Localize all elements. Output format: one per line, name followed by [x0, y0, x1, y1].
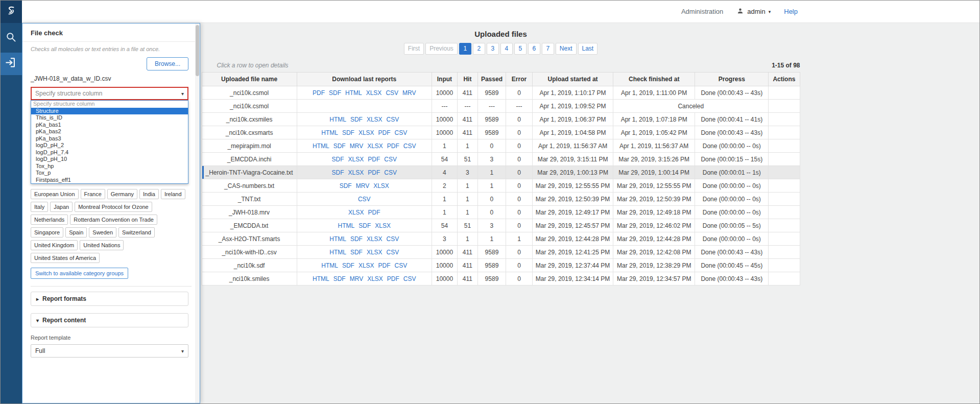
report-link-csv[interactable]: CSV: [384, 156, 397, 163]
report-link-pdf[interactable]: PDF: [313, 89, 325, 97]
report-link-xlsx[interactable]: XLSX: [367, 275, 383, 282]
category-button[interactable]: European Union: [31, 189, 79, 199]
category-button[interactable]: Sweden: [89, 227, 116, 237]
category-button[interactable]: India: [139, 189, 159, 199]
report-link-pdf[interactable]: PDF: [368, 156, 380, 163]
category-button[interactable]: Netherlands: [31, 215, 68, 225]
category-button[interactable]: Rotterdam Convention on Trade: [70, 215, 157, 225]
category-button[interactable]: Italy: [31, 202, 48, 212]
dropdown-option[interactable]: pKa_bas2: [31, 128, 188, 135]
report-link-csv[interactable]: CSV: [387, 235, 399, 243]
report-link-xlsx[interactable]: XLSX: [367, 249, 383, 256]
dropdown-option[interactable]: Tox_p: [31, 170, 188, 177]
report-link-xlsx[interactable]: XLSX: [358, 129, 374, 136]
report-link-sdf[interactable]: SDF: [342, 262, 354, 269]
report-link-mrv[interactable]: MRV: [402, 89, 416, 97]
table-row[interactable]: _CAS-numbers.txtSDFMRVXLSX2110Mar 29, 20…: [202, 179, 800, 193]
category-button[interactable]: Montreal Protocol for Ozone: [75, 202, 152, 212]
report-link-csv[interactable]: CSV: [358, 196, 371, 203]
report-link-csv[interactable]: CSV: [387, 249, 399, 256]
dropdown-option[interactable]: Tox_hp: [31, 163, 188, 170]
page-button-3[interactable]: 3: [487, 43, 499, 55]
category-button[interactable]: Singapore: [31, 227, 63, 237]
report-template-select[interactable]: Full ▾: [31, 344, 188, 358]
table-row[interactable]: _nci10k.cxsmilesHTMLSDFXLSXCSV1000041195…: [202, 113, 800, 126]
category-button[interactable]: United Kingdom: [31, 240, 78, 250]
report-link-xlsx[interactable]: XLSX: [348, 209, 364, 216]
sidebar-item-file-check[interactable]: [1, 53, 22, 75]
report-link-xlsx[interactable]: XLSX: [358, 262, 374, 269]
category-button[interactable]: Switzerland: [118, 227, 155, 237]
report-link-xlsx[interactable]: XLSX: [367, 235, 383, 243]
report-link-xlsx[interactable]: XLSX: [366, 89, 382, 97]
report-link-sdf[interactable]: SDF: [333, 142, 346, 150]
report-link-pdf[interactable]: PDF: [378, 129, 391, 136]
page-button-6[interactable]: 6: [528, 43, 540, 55]
report-link-html[interactable]: HTML: [329, 116, 346, 123]
help-link[interactable]: Help: [784, 8, 798, 15]
report-link-csv[interactable]: CSV: [384, 169, 397, 176]
scrollbar-thumb[interactable]: [196, 25, 199, 76]
switch-category-groups-button[interactable]: Switch to available category groups: [31, 268, 128, 279]
dropdown-option[interactable]: pKa_bas3: [31, 135, 188, 142]
app-logo[interactable]: [1, 1, 22, 23]
report-link-xlsx[interactable]: XLSX: [348, 169, 364, 176]
report-link-html[interactable]: HTML: [329, 249, 346, 256]
category-button[interactable]: France: [81, 189, 105, 199]
administration-link[interactable]: Administration: [681, 8, 723, 15]
report-link-xlsx[interactable]: XLSX: [375, 222, 391, 229]
dropdown-option[interactable]: logD_pH_2: [31, 142, 188, 149]
category-button[interactable]: Japan: [50, 202, 73, 212]
page-button-4[interactable]: 4: [500, 43, 513, 55]
report-link-html[interactable]: HTML: [338, 222, 355, 229]
browse-button[interactable]: Browse...: [147, 57, 188, 70]
category-button[interactable]: United Nations: [80, 240, 124, 250]
table-row[interactable]: _nci10k-with-ID..csvHTMLSDFXLSXCSV100004…: [202, 246, 800, 259]
report-link-mrv[interactable]: MRV: [356, 182, 369, 189]
table-row[interactable]: _Asx-H2O-TNT.smartsHTMLSDFXLSXCSV3111Mar…: [202, 232, 800, 246]
report-link-sdf[interactable]: SDF: [332, 169, 344, 176]
report-link-mrv[interactable]: MRV: [350, 275, 363, 282]
dropdown-option[interactable]: Firstpass_eff1: [31, 177, 188, 184]
report-link-xlsx[interactable]: XLSX: [367, 116, 383, 123]
report-link-csv[interactable]: CSV: [395, 262, 408, 269]
table-row[interactable]: _nci10k.cxsmartsHTMLSDFXLSXPDFCSV1000041…: [202, 126, 800, 139]
dropdown-option[interactable]: This_is_ID: [31, 114, 188, 122]
report-link-html[interactable]: HTML: [329, 235, 346, 243]
dropdown-option[interactable]: logD_pH_10: [31, 156, 188, 163]
report-link-sdf[interactable]: SDF: [350, 235, 363, 243]
report-link-xlsx[interactable]: XLSX: [348, 156, 364, 163]
category-button[interactable]: Germany: [107, 189, 137, 199]
category-button[interactable]: Spain: [65, 227, 87, 237]
table-row[interactable]: _Heroin-TNT-Viagra-Cocaine.txtSDFXLSXPDF…: [202, 166, 800, 179]
report-link-pdf[interactable]: PDF: [368, 209, 380, 216]
page-button-previous[interactable]: Previous: [425, 43, 458, 55]
dropdown-option[interactable]: pKa_bas1: [31, 122, 188, 129]
structure-column-select[interactable]: Specify structure column ▾: [31, 87, 188, 100]
table-row[interactable]: _EMCDDA.inchiSDFXLSXPDFCSV545130Mar 29, …: [202, 153, 800, 166]
report-link-sdf[interactable]: SDF: [350, 249, 363, 256]
table-row[interactable]: _nci10k.smilesHTMLSDFMRVXLSXPDFCSV100004…: [202, 272, 800, 286]
report-link-pdf[interactable]: PDF: [387, 142, 399, 150]
report-link-csv[interactable]: CSV: [395, 129, 408, 136]
table-row[interactable]: _nci10k.csmol------------Apr 1, 2019, 1:…: [202, 100, 800, 113]
report-link-pdf[interactable]: PDF: [387, 275, 399, 282]
page-button-2[interactable]: 2: [473, 43, 485, 55]
page-button-first[interactable]: First: [404, 43, 424, 55]
page-button-5[interactable]: 5: [514, 43, 527, 55]
report-link-sdf[interactable]: SDF: [340, 182, 352, 189]
table-row[interactable]: _TNT.txtCSV1100Mar 29, 2019, 12:50:39 PM…: [202, 193, 800, 206]
section-report-formats[interactable]: ▸ Report formats: [31, 292, 188, 306]
report-link-xlsx[interactable]: XLSX: [367, 142, 383, 150]
report-link-sdf[interactable]: SDF: [358, 222, 371, 229]
table-row[interactable]: _nci10k.csmolPDFSDFHTMLXLSXCSVMRV1000041…: [202, 86, 800, 100]
dropdown-option[interactable]: logD_pH_7.4: [31, 149, 188, 156]
dropdown-option[interactable]: Specify structure column: [31, 101, 188, 108]
report-link-csv[interactable]: CSV: [403, 275, 416, 282]
report-link-sdf[interactable]: SDF: [333, 275, 346, 282]
dropdown-option[interactable]: Structure: [31, 108, 188, 115]
table-row[interactable]: _JWH-018.mrvXLSXPDF1100Mar 29, 2019, 12:…: [202, 206, 800, 219]
table-row[interactable]: _nci10k.sdfHTMLSDFXLSXPDFCSV100004119589…: [202, 259, 800, 272]
category-button[interactable]: United States of America: [31, 253, 100, 263]
page-button-last[interactable]: Last: [578, 43, 598, 55]
